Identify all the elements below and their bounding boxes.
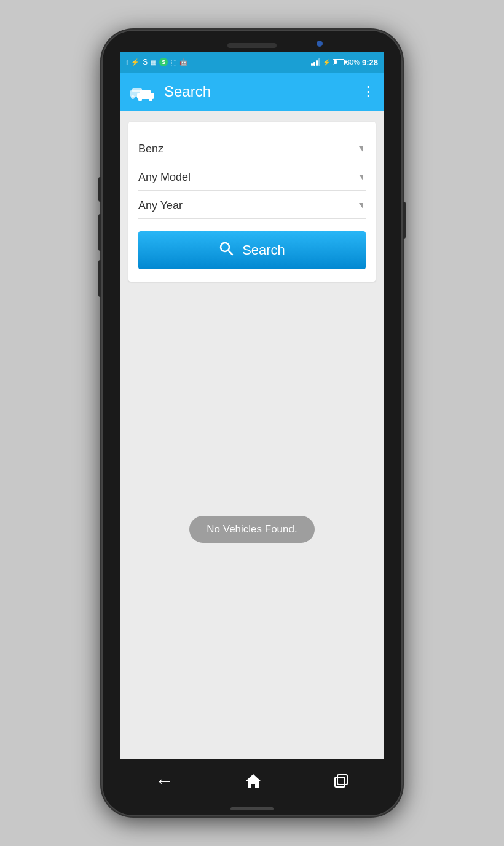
more-options-button[interactable]: ⋮	[361, 84, 376, 100]
signal-strength	[311, 58, 320, 66]
make-dropdown[interactable]: Benz	[138, 134, 366, 162]
no-results-area: No Vehicles Found.	[128, 291, 376, 748]
status-icons-left: f ⚡ S ▦ S ⬚ 🤖	[126, 58, 188, 66]
speaker	[227, 43, 277, 48]
volume-down-button	[98, 260, 101, 297]
volume-up-button	[98, 214, 101, 251]
home-pill	[230, 807, 274, 810]
app-bar: Search ⋮	[120, 73, 384, 111]
battery-percent: 30%	[346, 58, 360, 66]
skype2-icon: S	[159, 58, 168, 66]
year-dropdown[interactable]: Any Year	[138, 191, 366, 219]
svg-point-7	[149, 98, 152, 101]
year-value: Any Year	[138, 199, 183, 212]
make-value: Benz	[138, 143, 163, 156]
search-button-label: Search	[242, 242, 285, 258]
volume-button	[403, 202, 406, 239]
main-content: Benz Any Model Any Year	[120, 111, 384, 759]
cast-icon: ⬚	[171, 59, 176, 66]
usb-icon: ⚡	[131, 58, 140, 66]
model-value: Any Model	[138, 171, 191, 184]
svg-point-6	[138, 98, 142, 101]
skype-icon: S	[143, 58, 148, 66]
battery-indicator: 30%	[333, 58, 360, 66]
android-icon: 🤖	[179, 58, 188, 66]
back-button[interactable]: ←	[155, 770, 173, 791]
svg-point-2	[131, 95, 135, 99]
year-arrow-icon	[359, 203, 363, 209]
bottom-nav: ←	[120, 759, 384, 802]
battery-icon	[333, 59, 345, 65]
svg-line-9	[229, 251, 233, 255]
svg-rect-12	[337, 775, 347, 785]
no-results-badge: No Vehicles Found.	[189, 516, 314, 543]
lightning-icon: ⚡	[323, 59, 330, 66]
gallery-icon: ▦	[151, 59, 156, 66]
svg-rect-5	[140, 90, 151, 95]
make-arrow-icon	[359, 146, 363, 152]
model-arrow-icon	[359, 175, 363, 181]
svg-marker-10	[245, 774, 261, 788]
status-bar: f ⚡ S ▦ S ⬚ 🤖 ⚡ 30% 9:28	[120, 52, 384, 73]
facebook-icon: f	[126, 59, 128, 66]
home-button[interactable]	[244, 772, 262, 790]
page-title: Search	[164, 83, 354, 100]
screen: f ⚡ S ▦ S ⬚ 🤖 ⚡ 30% 9:28	[120, 52, 384, 802]
camera	[317, 41, 323, 47]
search-icon	[219, 241, 234, 259]
no-results-text: No Vehicles Found.	[207, 523, 297, 535]
phone-device: f ⚡ S ▦ S ⬚ 🤖 ⚡ 30% 9:28	[101, 30, 403, 816]
search-button[interactable]: Search	[138, 231, 366, 269]
app-logo	[128, 82, 157, 101]
recents-button[interactable]	[333, 773, 349, 789]
status-icons-right: ⚡ 30% 9:28	[311, 58, 378, 67]
power-button	[98, 177, 101, 202]
model-dropdown[interactable]: Any Model	[138, 162, 366, 191]
search-card: Benz Any Model Any Year	[128, 122, 376, 282]
clock: 9:28	[362, 58, 378, 67]
battery-fill	[334, 60, 337, 64]
svg-rect-11	[335, 777, 345, 787]
